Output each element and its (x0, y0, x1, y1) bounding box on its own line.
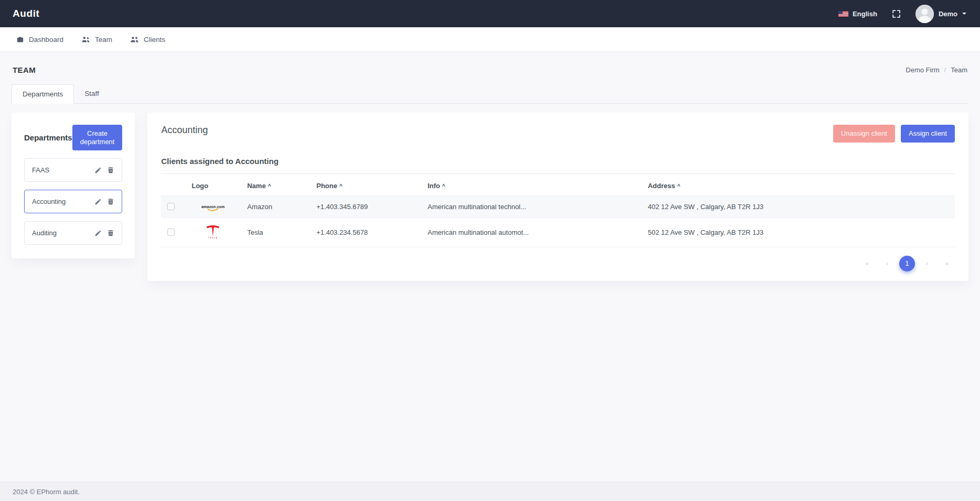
edit-department-icon[interactable] (94, 198, 102, 205)
column-phone[interactable]: Phone^ (310, 175, 421, 196)
svg-text:TESLA: TESLA (208, 237, 218, 239)
create-department-button[interactable]: Create department (72, 125, 123, 150)
breadcrumb-current: Team (951, 66, 967, 74)
tab-departments[interactable]: Departments (12, 84, 74, 104)
pagination-page-1-button[interactable]: 1 (899, 256, 915, 271)
menu-label: Dashboard (29, 36, 63, 43)
client-info: American multinational technol... (421, 195, 641, 217)
department-actions (94, 198, 114, 205)
department-actions (94, 229, 114, 237)
avatar (916, 5, 934, 23)
page-header: TEAM Demo Firm / Team (12, 51, 968, 84)
client-info: American multinational automot... (421, 217, 641, 247)
sort-asc-icon: ^ (677, 183, 681, 189)
client-address: 402 12 Ave SW , Calgary, AB T2R 1J3 (641, 195, 955, 217)
edit-department-icon[interactable] (94, 167, 102, 174)
tab-staff[interactable]: Staff (74, 84, 110, 104)
breadcrumb-firm[interactable]: Demo Firm (906, 66, 939, 74)
column-info[interactable]: Info^ (421, 175, 641, 196)
user-name: Demo (939, 10, 957, 18)
panels-row: Departments Create department FAAS Accou… (12, 113, 968, 281)
client-phone: +1.403.234.5678 (310, 217, 421, 247)
clients-table: Logo Name^ Phone^ Info^ Address^ (161, 175, 955, 247)
delete-department-icon[interactable] (107, 229, 114, 237)
column-address[interactable]: Address^ (641, 175, 955, 196)
navbar-right: English Demo (838, 5, 966, 23)
client-name: Tesla (241, 217, 310, 247)
pagination-first-button[interactable]: « (859, 256, 875, 271)
menu-item-team[interactable]: Team (72, 27, 121, 51)
briefcase-icon (16, 36, 24, 43)
sort-asc-icon: ^ (339, 183, 342, 189)
clients-subtitle: Clients assigned to Accounting (161, 157, 955, 166)
clients-card: Accounting Unassign client Assign client… (147, 113, 968, 281)
divider (161, 173, 955, 174)
clients-icon (130, 36, 139, 43)
page-footer: 2024 © EPhorm audit. (0, 482, 980, 501)
row-checkbox[interactable] (167, 228, 175, 236)
app-logo: Audit (13, 8, 40, 19)
selected-department-title: Accounting (161, 125, 208, 136)
main-menu: Dashboard Team Clients (0, 27, 980, 51)
table-header-row: Logo Name^ Phone^ Info^ Address^ (161, 175, 955, 196)
department-actions (94, 166, 114, 174)
table-row-tesla: TESLA Tesla +1.403.234.5678 American mul… (161, 217, 955, 247)
department-name: FAAS (32, 166, 49, 174)
user-menu[interactable]: Demo (916, 5, 966, 23)
column-name[interactable]: Name^ (241, 175, 310, 196)
breadcrumb: Demo Firm / Team (906, 66, 967, 74)
menu-item-dashboard[interactable]: Dashboard (7, 27, 72, 51)
department-item-accounting[interactable]: Accounting (24, 190, 122, 213)
row-checkbox[interactable] (167, 203, 175, 210)
department-name: Auditing (32, 229, 57, 237)
team-tabs: Departments Staff (12, 84, 968, 104)
delete-department-icon[interactable] (107, 198, 114, 205)
pagination-prev-button[interactable]: ‹ (879, 256, 895, 271)
amazon-logo: amazon.com (201, 205, 224, 212)
client-address: 502 12 Ave SW , Calgary, AB T2R 1J3 (641, 217, 955, 247)
top-navbar: Audit English (0, 0, 980, 27)
pagination-next-button[interactable]: › (919, 256, 935, 271)
users-icon (81, 36, 90, 43)
department-name: Accounting (32, 198, 66, 205)
table-row-amazon: amazon.com Amazon +1.403.345.6789 Americ… (161, 195, 955, 217)
edit-department-icon[interactable] (94, 230, 102, 237)
department-item-auditing[interactable]: Auditing (24, 221, 122, 245)
delete-department-icon[interactable] (107, 166, 114, 174)
footer-copyright: 2024 © EPhorm audit. (13, 488, 80, 496)
departments-title: Departments (24, 133, 72, 142)
pagination-last-button[interactable]: » (939, 256, 955, 271)
us-flag-icon (838, 11, 848, 17)
client-phone: +1.403.345.6789 (310, 195, 421, 217)
assign-client-button[interactable]: Assign client (901, 125, 955, 143)
column-logo: Logo (185, 175, 241, 196)
menu-label: Team (95, 36, 112, 43)
sort-asc-icon: ^ (268, 183, 271, 189)
chevron-down-icon (962, 13, 966, 15)
unassign-client-button[interactable]: Unassign client (833, 125, 895, 143)
header-checkbox-cell (161, 175, 185, 196)
tesla-logo: TESLA (206, 224, 220, 239)
page-title: TEAM (13, 66, 36, 74)
language-selector[interactable]: English (838, 10, 877, 18)
department-item-faas[interactable]: FAAS (24, 158, 122, 182)
pagination: « ‹ 1 › » (161, 256, 955, 271)
language-label: English (853, 10, 877, 18)
clients-card-header: Accounting Unassign client Assign client (161, 125, 955, 143)
fullscreen-icon[interactable] (892, 9, 901, 18)
client-actions: Unassign client Assign client (833, 125, 955, 143)
sort-asc-icon: ^ (442, 183, 445, 189)
menu-label: Clients (144, 36, 165, 43)
departments-card-header: Departments Create department (24, 125, 122, 150)
page-content: TEAM Demo Firm / Team Departments Staff … (0, 51, 980, 482)
menu-item-clients[interactable]: Clients (121, 27, 174, 51)
departments-card: Departments Create department FAAS Accou… (12, 113, 135, 258)
breadcrumb-separator: / (944, 66, 946, 74)
client-name: Amazon (241, 195, 310, 217)
